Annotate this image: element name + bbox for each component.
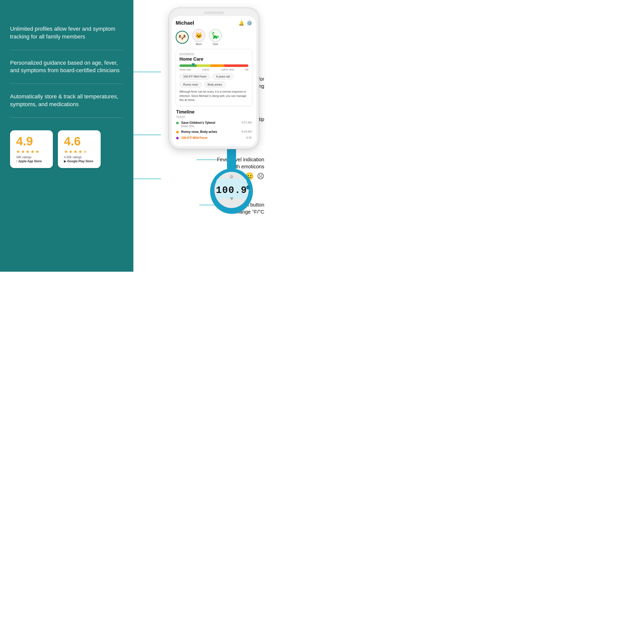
severity-bar	[179, 64, 248, 67]
event-1-title: Gave Children's Tylenol	[181, 121, 239, 125]
settings-icon[interactable]: ⚙️	[246, 20, 252, 26]
gstar-1: ★	[64, 149, 68, 154]
gstar-3: ★	[73, 149, 77, 154]
tag-row-1: 100.9°F Mild Fever 6 years old	[179, 73, 248, 79]
event-3-content: 100.9°F Mild Fever	[181, 136, 244, 140]
event-3-title: 100.9°F Mild Fever	[181, 136, 244, 140]
guidance-section-label: GUIDANCE	[179, 53, 248, 56]
google-rating-card: 4.6 ★ ★ ★ ★ ★ 4.35K ratings ▶ Google Pla…	[58, 130, 101, 168]
severity-labels: Home Care Call Dr. Call Dr. Now ER	[179, 68, 248, 71]
dot-1	[176, 122, 179, 124]
phone-screen: Michael 🔔 ⚙️ 🐶 🐱	[172, 16, 256, 146]
tag-row-2: Runny nose Body aches	[179, 82, 248, 88]
apple-rating-card: 4.9 ★ ★ ★ ★ ★ 39K ratings  Apple App St…	[10, 130, 53, 168]
star-1: ★	[16, 149, 20, 154]
timeline-today: TODAY	[176, 116, 252, 118]
left-line-1	[133, 72, 161, 72]
notification-icon[interactable]: 🔔	[238, 20, 244, 26]
app-header: Michael 🔔 ⚙️	[176, 20, 252, 26]
event-1-detail: Dose: 5mL	[181, 125, 239, 128]
profile-michael[interactable]: 🐶	[176, 31, 189, 44]
timeline-section: Timeline TODAY Gave Children's Tylenol D…	[176, 109, 252, 140]
apple-store:  Apple App Store	[16, 159, 47, 163]
tag-fever[interactable]: 100.9°F Mild Fever	[179, 73, 210, 79]
avatar-michael[interactable]: 🐶	[176, 31, 189, 44]
apple-icon: 	[16, 159, 17, 163]
label-home-care: Home Care	[179, 68, 191, 71]
star-5: ★	[35, 149, 39, 154]
event-1-content: Gave Children's Tylenol Dose: 5mL	[181, 121, 239, 128]
event-2-time: 8:34 AM	[241, 130, 252, 133]
gstar-2: ★	[69, 149, 73, 154]
phone-shell: Michael 🔔 ⚙️ 🐶 🐱	[169, 8, 259, 149]
feature-block-2: Personalized guidance based on age, feve…	[10, 50, 123, 84]
guidance-title: Home Care	[179, 57, 248, 62]
star-2: ★	[21, 149, 25, 154]
left-line-3	[133, 179, 161, 179]
phone-notch	[204, 12, 224, 14]
timeline-title: Timeline	[176, 109, 252, 115]
play-icon: ▶	[64, 159, 66, 163]
google-stars: ★ ★ ★ ★ ★	[64, 149, 95, 154]
tag-runny-nose[interactable]: Runny nose	[179, 82, 202, 88]
apple-stars: ★ ★ ★ ★ ★	[16, 149, 47, 154]
feature-block-3: Automatically store & track all temperat…	[10, 84, 123, 118]
dot-2	[176, 131, 179, 133]
apple-count: 39K ratings	[16, 155, 47, 159]
svg-text:☺: ☺	[229, 174, 234, 179]
avatar-dad[interactable]: 🦕	[209, 29, 222, 42]
app-profile-name: Michael	[176, 20, 194, 26]
event-2-title: Runny nose, Body aches	[181, 130, 239, 134]
feature-text-3: Automatically store & track all temperat…	[10, 93, 123, 108]
profiles-row: 🐶 🐱 Mom 🦕 Dad	[176, 29, 252, 46]
gstar-half: ★	[83, 149, 87, 154]
svg-point-8	[246, 185, 250, 189]
apple-score: 4.9	[16, 135, 47, 147]
app-header-icons: 🔔 ⚙️	[238, 20, 252, 26]
tag-body-aches[interactable]: Body aches	[204, 82, 226, 88]
tag-age[interactable]: 6 years old	[212, 73, 233, 79]
severity-bar-container	[179, 64, 248, 67]
feature-text-1: Unlimited profiles allow fever and sympt…	[10, 25, 123, 41]
guidance-card: GUIDANCE Home Care Home Care Call Dr.	[176, 49, 252, 106]
event-3-time: 8:30	[246, 136, 252, 139]
feature-text-2: Personalized guidance based on age, feve…	[10, 59, 123, 75]
avatar-mom[interactable]: 🐱	[192, 29, 205, 42]
svg-text:100.9: 100.9	[216, 185, 247, 196]
svg-text:°F: °F	[230, 197, 233, 201]
dot-3	[176, 137, 179, 139]
timeline-item-1: Gave Children's Tylenol Dose: 5mL 8:37 A…	[176, 121, 252, 128]
severity-indicator	[192, 63, 195, 66]
star-3: ★	[26, 149, 30, 154]
google-store: ▶ Google Play Store	[64, 159, 95, 163]
star-4: ★	[30, 149, 34, 154]
timeline-item-2: Runny nose, Body aches 8:34 AM	[176, 130, 252, 134]
phone-mockup: Michael 🔔 ⚙️ 🐶 🐱	[169, 8, 259, 149]
feature-block-1: Unlimited profiles allow fever and sympt…	[10, 10, 123, 50]
google-count: 4.35K ratings	[64, 155, 95, 159]
left-line-2	[133, 135, 161, 135]
timeline-item-3: 100.9°F Mild Fever 8:30	[176, 136, 252, 140]
left-panel: Unlimited profiles allow fever and sympt…	[0, 0, 133, 272]
guidance-body: Although fever can be scary, it is a nor…	[179, 90, 248, 102]
label-er: ER	[245, 68, 248, 71]
profile-dad[interactable]: 🦕 Dad	[209, 29, 222, 46]
gstar-4: ★	[78, 149, 82, 154]
google-score: 4.6	[64, 135, 95, 147]
profile-mom[interactable]: 🐱 Mom	[192, 29, 205, 46]
center-right-area: Michael 🔔 ⚙️ 🐶 🐱	[133, 0, 272, 272]
event-2-content: Runny nose, Body aches	[181, 130, 239, 134]
profile-mom-label: Mom	[196, 43, 202, 46]
profile-dad-label: Dad	[213, 43, 218, 46]
label-call-dr: Call Dr.	[202, 68, 210, 71]
label-call-dr-now: Call Dr. Now	[221, 68, 234, 71]
event-1-time: 8:37 AM	[241, 121, 252, 124]
rating-cards: 4.9 ★ ★ ★ ★ ★ 39K ratings  Apple App St…	[10, 130, 123, 168]
